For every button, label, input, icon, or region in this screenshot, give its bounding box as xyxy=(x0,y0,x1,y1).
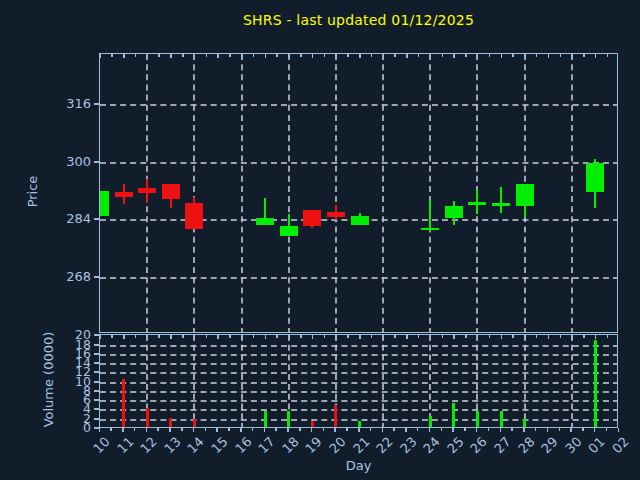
day-gridline xyxy=(241,335,243,428)
volume-axis-label: Volume (0000) xyxy=(41,330,56,430)
volume-bar xyxy=(122,379,125,427)
price-tick xyxy=(94,161,99,163)
bottom-tick xyxy=(441,428,443,431)
volume-chart-area xyxy=(99,334,618,428)
day-gridline xyxy=(524,335,526,428)
price-tick xyxy=(94,276,99,278)
top-tick xyxy=(430,54,432,58)
top-tick xyxy=(123,54,125,58)
volume-bar xyxy=(193,419,196,427)
candle-body xyxy=(492,203,510,206)
volume-tick xyxy=(94,418,99,420)
top-tick xyxy=(607,335,609,338)
bottom-tick xyxy=(452,428,454,432)
top-tick xyxy=(524,335,526,339)
bottom-tick xyxy=(264,428,266,432)
bottom-tick xyxy=(429,428,431,432)
top-tick xyxy=(548,54,550,58)
top-tick xyxy=(489,54,491,57)
volume-bar xyxy=(429,416,432,427)
top-tick xyxy=(583,335,585,338)
bottom-tick xyxy=(323,428,325,431)
bottom-tick xyxy=(476,428,478,432)
top-tick xyxy=(347,54,349,57)
volume-bar xyxy=(523,419,526,427)
price-chart-area xyxy=(99,53,618,333)
top-tick xyxy=(489,335,491,338)
top-tick xyxy=(265,335,267,339)
bottom-tick xyxy=(382,428,384,432)
price-tick xyxy=(94,103,99,105)
top-tick xyxy=(135,54,137,57)
top-tick xyxy=(595,335,597,339)
top-tick xyxy=(548,335,550,339)
price-tick-label: 316 xyxy=(53,96,91,111)
bottom-tick xyxy=(99,428,101,432)
top-tick xyxy=(583,54,585,57)
top-tick xyxy=(442,335,444,338)
candle-body xyxy=(280,226,298,236)
candle-body xyxy=(351,216,369,225)
top-tick xyxy=(100,54,102,58)
price-tick-label: 300 xyxy=(53,154,91,169)
bottom-tick xyxy=(275,428,277,431)
top-tick xyxy=(359,335,361,339)
top-tick xyxy=(300,54,302,57)
bottom-tick xyxy=(535,428,537,431)
top-tick xyxy=(170,335,172,339)
day-gridline xyxy=(571,335,573,428)
volume-gridline xyxy=(100,372,618,374)
top-tick xyxy=(347,335,349,338)
bottom-tick xyxy=(523,428,525,432)
volume-bar xyxy=(287,411,290,427)
top-tick xyxy=(194,335,196,339)
top-tick xyxy=(158,335,160,338)
top-tick xyxy=(182,335,184,338)
top-tick xyxy=(265,54,267,58)
top-tick xyxy=(123,335,125,339)
top-tick xyxy=(406,335,408,339)
volume-tick xyxy=(94,381,99,383)
top-tick xyxy=(253,54,255,57)
candle-body xyxy=(586,163,604,192)
top-tick xyxy=(465,335,467,338)
volume-bar xyxy=(311,421,314,427)
bottom-tick xyxy=(606,428,608,431)
day-gridline xyxy=(429,54,431,333)
volume-gridline xyxy=(100,400,618,402)
day-gridline xyxy=(241,54,243,333)
candle-wick xyxy=(500,187,502,213)
price-gridline xyxy=(100,162,618,164)
top-tick xyxy=(465,54,467,57)
top-tick xyxy=(418,335,420,338)
price-tick-label: 268 xyxy=(53,269,91,284)
top-tick xyxy=(182,54,184,57)
bottom-tick xyxy=(228,428,230,431)
volume-gridline xyxy=(100,382,618,384)
chart-title: SHRS - last updated 01/12/2025 xyxy=(99,12,618,28)
bottom-tick xyxy=(311,428,313,432)
bottom-tick xyxy=(134,428,136,431)
day-gridline xyxy=(571,54,573,333)
top-tick xyxy=(477,54,479,58)
top-tick xyxy=(135,335,137,338)
top-tick xyxy=(312,335,314,339)
top-tick xyxy=(229,335,231,338)
top-tick xyxy=(371,54,373,57)
price-gridline xyxy=(100,277,618,279)
top-tick xyxy=(324,54,326,57)
top-tick xyxy=(501,54,503,58)
top-tick xyxy=(477,335,479,339)
top-tick xyxy=(147,335,149,339)
bottom-tick xyxy=(205,428,207,431)
bottom-tick xyxy=(346,428,348,431)
bottom-tick xyxy=(181,428,183,431)
day-gridline xyxy=(193,54,195,333)
candle-body xyxy=(516,184,534,206)
top-tick xyxy=(324,335,326,338)
bottom-tick xyxy=(193,428,195,432)
top-tick xyxy=(430,335,432,339)
day-gridline xyxy=(382,54,384,333)
candle-body xyxy=(138,188,156,193)
top-tick xyxy=(383,54,385,58)
